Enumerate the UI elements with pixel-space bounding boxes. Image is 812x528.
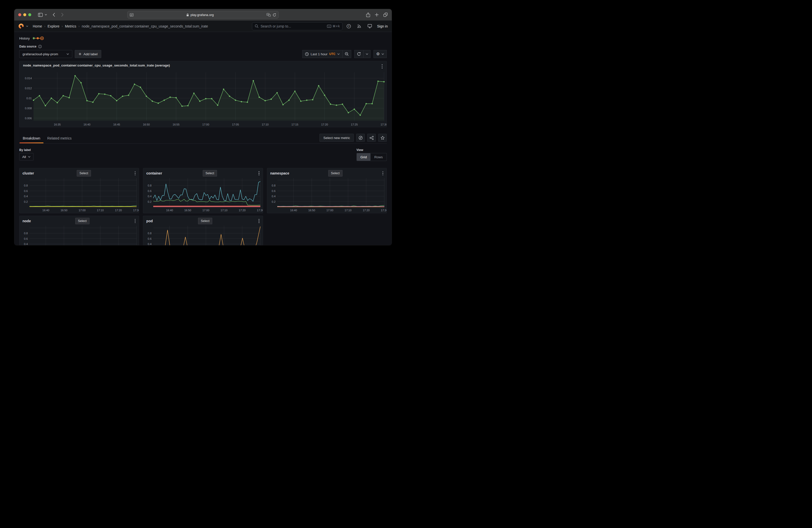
display-icon[interactable] [365,22,374,30]
breadcrumb-explore[interactable]: Explore [47,24,59,28]
org-switcher-chevron-icon[interactable] [26,26,28,27]
breakdown-panel-node: node Select 16:4016:5017:0017:1017:2017:… [19,216,139,245]
zoom-out-button[interactable] [343,50,351,58]
breakdown-panel-container: container Select 16:4016:5017:0017:1017:… [143,168,263,213]
panel-menu-icon[interactable] [258,218,261,224]
panel-menu-icon[interactable] [381,63,384,69]
timeseries-chart[interactable]: 16:4016:5017:0017:1017:2017:300.20.40.60… [143,224,262,245]
new-tab-icon[interactable] [375,13,379,17]
minimize-window-button[interactable] [23,13,26,16]
forward-button[interactable] [59,11,66,18]
svg-text:17:20: 17:20 [363,209,370,212]
breadcrumb-metrics[interactable]: Metrics [65,24,76,28]
breakdown-panel-pod: pod Select 16:4016:5017:0017:1017:2017:3… [143,216,263,245]
svg-text:17:05: 17:05 [232,123,239,126]
timeseries-chart[interactable]: 16:4016:5017:0017:1017:2017:300.20.40.60… [19,176,139,213]
grafana-logo[interactable] [18,23,24,29]
browser-toolbar: play.grafana.org A* [14,9,392,20]
svg-text:17:00: 17:00 [326,209,333,212]
tab-related-metrics[interactable]: Related metrics [44,134,75,143]
breadcrumb-separator: › [62,25,63,28]
star-icon-button[interactable] [378,134,387,142]
select-new-metric-button[interactable]: Select new metric [319,134,354,142]
breadcrumb-home[interactable]: Home [33,24,42,28]
svg-text:17:00: 17:00 [202,123,209,126]
timeseries-chart[interactable]: 16:3516:4016:4516:5016:5517:0017:0517:10… [19,69,387,127]
clock-icon [305,52,309,56]
timeseries-chart[interactable]: 16:4016:5017:0017:1017:2017:300.20.40.60… [267,176,387,213]
svg-text:16:50: 16:50 [184,209,191,212]
svg-text:17:30: 17:30 [257,209,263,212]
view-grid-option[interactable]: Grid [357,153,371,161]
history-trail[interactable] [32,36,44,40]
svg-text:17:20: 17:20 [239,209,246,212]
chevron-down-icon [337,53,340,55]
panel-title: node_namespace_pod_container:container_c… [23,63,170,67]
view-rows-option[interactable]: Rows [371,153,387,161]
panel-title: node [23,219,31,223]
svg-text:16:40: 16:40 [290,209,297,212]
panel-menu-icon[interactable] [134,171,137,176]
plus-icon [78,53,82,56]
refresh-interval-dropdown[interactable] [364,50,371,58]
settings-button[interactable]: ⚙ [374,50,387,58]
svg-text:17:15: 17:15 [291,123,299,126]
search-icon [255,24,259,28]
panel-menu-icon[interactable] [258,171,261,176]
svg-text:16:45: 16:45 [113,123,120,126]
panel-menu-icon[interactable] [134,218,137,224]
sidebar-chevron-icon[interactable] [44,11,48,18]
share-panel-icon-button[interactable] [367,134,376,142]
reload-icon[interactable] [273,13,276,17]
timeseries-chart[interactable]: 16:4016:5017:0017:1017:2017:300.20.40.60… [19,224,139,245]
svg-text:0.6: 0.6 [148,237,151,240]
compass-icon-button[interactable] [356,134,365,142]
add-label-text: Add label [84,52,98,56]
share-icon[interactable] [366,13,370,17]
zoom-window-button[interactable] [28,13,31,16]
main-chart[interactable]: 16:3516:4016:4516:5016:5517:0017:0517:10… [19,69,387,127]
tabs-bar: Breakdown Related metrics Select new met… [19,134,387,144]
search-input[interactable]: Search or jump to... ⌘+k [252,22,343,30]
time-range-picker[interactable]: Last 1 hour UTC [302,50,342,58]
svg-text:17:00: 17:00 [203,209,209,212]
select-button[interactable]: Select [198,218,212,224]
time-range-text: Last 1 hour [310,52,328,56]
panel-menu-icon[interactable] [381,171,385,176]
reader-view-icon[interactable] [130,13,133,17]
view-label: View [357,148,363,152]
by-label-select[interactable]: All [19,153,33,161]
svg-text:0.008: 0.008 [25,106,32,109]
timeseries-chart[interactable]: 16:4016:5017:0017:1017:2017:300.20.40.60… [143,176,262,213]
panel-title: namespace [270,171,289,175]
select-button[interactable]: Select [328,170,343,176]
svg-text:17:00: 17:00 [79,209,86,212]
keyboard-icon [327,25,331,28]
svg-text:16:55: 16:55 [173,123,180,126]
svg-text:0.8: 0.8 [24,184,28,187]
sidebar-icon[interactable] [37,11,44,18]
tab-breakdown[interactable]: Breakdown [19,134,44,143]
address-bar[interactable]: play.grafana.org A* [127,11,279,18]
info-icon[interactable] [38,45,42,48]
select-button[interactable]: Select [203,170,217,176]
breadcrumb-current-metric: node_namespace_pod_container:container_c… [82,24,208,28]
breadcrumb-separator: › [44,25,45,28]
datasource-picker[interactable]: grafanacloud-play-prom [19,50,72,58]
tab-overview-icon[interactable] [383,13,388,17]
translate-icon[interactable]: A* [266,13,271,17]
svg-text:0.4: 0.4 [272,195,275,198]
select-button[interactable]: Select [75,218,89,224]
select-button[interactable]: Select [77,170,91,176]
svg-text:0.6: 0.6 [148,190,151,192]
close-window-button[interactable] [18,13,21,16]
svg-text:17:10: 17:10 [221,209,228,212]
sign-in-link[interactable]: Sign in [377,24,388,28]
add-label-button[interactable]: Add label [75,50,101,58]
refresh-button[interactable] [354,50,364,58]
back-button[interactable] [50,11,57,18]
svg-text:?: ? [348,25,349,28]
svg-text:17:25: 17:25 [351,123,358,126]
help-icon[interactable]: ? [345,22,353,30]
news-rss-icon[interactable] [355,22,363,30]
